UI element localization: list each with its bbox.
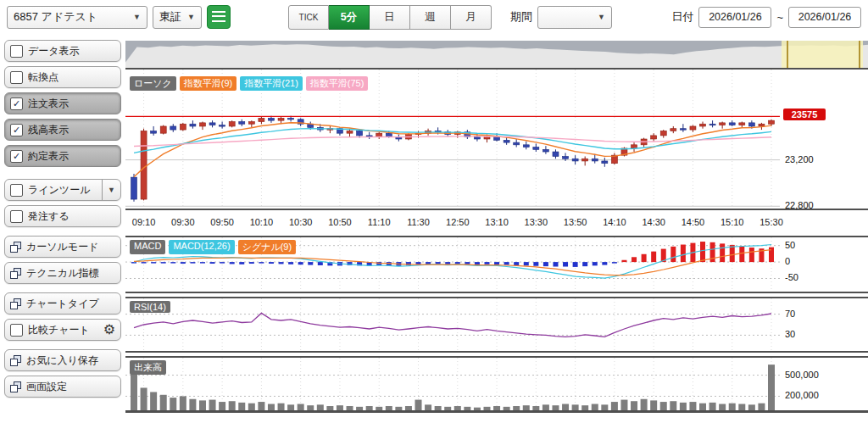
sidebar-item-turning-point[interactable]: 転換点 (4, 66, 121, 88)
period-select[interactable]: ▼ (537, 6, 612, 29)
rsi-legend: RSI(14) (130, 301, 170, 313)
axis-tick-label: 23,200 (785, 154, 814, 164)
time-tick-label: 10:50 (328, 217, 352, 227)
sidebar-item-label: 注文表示 (28, 97, 115, 111)
gear-icon[interactable]: ⚙ (103, 323, 115, 337)
date-from-input[interactable]: 2026/01/26 (698, 7, 771, 28)
tab-day[interactable]: 日 (370, 5, 410, 30)
volume-legend: 出来高 (130, 360, 166, 375)
current-price-badge: 23575 (783, 109, 826, 120)
sidebar-item-execution-display[interactable]: ✓約定表示 (4, 145, 121, 167)
sidebar: データ表示転換点✓注文表示✓残高表示✓約定表示ラインツール▼発注するカーソルモー… (0, 34, 125, 413)
checkbox-place-order[interactable] (10, 210, 23, 223)
legend-item: MACD (130, 240, 165, 254)
tab-month[interactable]: 月 (451, 5, 492, 30)
sidebar-group: ラインツール▼発注する (4, 179, 121, 227)
sidebar-item-label: 比較チャート (28, 323, 102, 337)
date-label: 日付 (671, 9, 693, 25)
chevron-down-icon: ▼ (133, 13, 141, 21)
legend-item: シグナル(9) (238, 240, 296, 254)
main-body: データ表示転換点✓注文表示✓残高表示✓約定表示ラインツール▼発注するカーソルモー… (0, 34, 868, 413)
sidebar-item-label: テクニカル指標 (26, 266, 115, 281)
symbol-select-value: 6857 アドテスト (14, 9, 97, 25)
period-label: 期間 (510, 9, 532, 25)
time-tick-label: 09:30 (171, 217, 195, 227)
symbol-select[interactable]: 6857 アドテスト ▼ (7, 6, 147, 29)
sidebar-item-label: データ表示 (28, 44, 115, 58)
window-icon (10, 298, 21, 309)
sidebar-item-comparison-chart[interactable]: 比較チャート⚙ (4, 319, 121, 341)
time-tick-label: 13:50 (564, 217, 587, 227)
checkbox-balance-display[interactable]: ✓ (10, 124, 23, 136)
sidebar-item-label: ラインツール (28, 183, 98, 198)
interval-tabs: TICK5分日週月 (288, 5, 492, 30)
chevron-down-icon: ▼ (187, 13, 195, 21)
sidebar-item-order-display[interactable]: ✓注文表示 (4, 92, 121, 114)
window-icon (10, 381, 21, 392)
rsi-chart[interactable] (125, 298, 868, 351)
axis-tick-label: 70 (785, 309, 795, 319)
time-tick-label: 15:30 (760, 217, 783, 227)
time-tick-label: 09:50 (210, 217, 234, 227)
axis-tick-label: 200,000 (785, 390, 819, 400)
chevron-down-icon[interactable]: ▼ (102, 180, 115, 200)
time-tick-label: 11:30 (407, 217, 430, 227)
price-pane: ローソク指数平滑(9)指数平滑(21)指数平滑(75) 23,20022,800… (125, 68, 868, 210)
checkbox-turning-point[interactable] (10, 71, 23, 84)
sidebar-item-screen-settings[interactable]: 画面設定 (4, 376, 121, 398)
board-list-button[interactable] (207, 5, 231, 29)
sidebar-item-line-tools[interactable]: ラインツール▼ (4, 179, 121, 201)
sidebar-item-label: 画面設定 (26, 380, 115, 394)
time-tick-label: 14:50 (682, 217, 705, 227)
price-legend: ローソク指数平滑(9)指数平滑(21)指数平滑(75) (130, 76, 368, 91)
sidebar-group: チャートタイプ比較チャート⚙ (4, 292, 121, 341)
checkbox-order-display[interactable]: ✓ (10, 97, 23, 110)
sidebar-item-label: チャートタイプ (26, 297, 115, 311)
axis-tick-label: 0 (785, 256, 790, 266)
sidebar-item-label: お気に入り保存 (26, 353, 115, 368)
axis-tick-label: 500,000 (785, 370, 819, 380)
axis-tick-label: -50 (785, 272, 798, 282)
volume-chart[interactable] (125, 358, 868, 410)
sidebar-item-label: 発注する (28, 209, 115, 224)
time-tick-label: 14:10 (603, 217, 626, 227)
checkbox-line-tools[interactable] (10, 184, 23, 197)
chevron-down-icon: ▼ (598, 13, 605, 21)
time-tick-label: 10:30 (289, 217, 313, 227)
time-tick-label: 14:30 (642, 217, 665, 227)
tab-5min[interactable]: 5分 (329, 5, 370, 30)
legend-item: 指数平滑(21) (240, 76, 303, 91)
legend-item: 指数平滑(75) (306, 76, 369, 91)
sidebar-item-data-display[interactable]: データ表示 (4, 40, 121, 62)
exchange-select[interactable]: 東証 ▼ (153, 6, 202, 29)
date-separator: ~ (776, 11, 783, 24)
sidebar-item-label: 転換点 (28, 70, 115, 85)
sidebar-item-label: カーソルモード (26, 240, 115, 254)
sidebar-item-cursor-mode[interactable]: カーソルモード (4, 236, 121, 258)
checkbox-execution-display[interactable]: ✓ (10, 150, 23, 163)
volume-pane: 出来高 500,000200,000 (125, 356, 868, 413)
tab-tick[interactable]: TICK (288, 5, 329, 30)
list-icon (212, 11, 225, 23)
date-to-input[interactable]: 2026/01/26 (788, 7, 861, 28)
time-tick-label: 09:10 (132, 217, 156, 227)
sidebar-item-place-order[interactable]: 発注する (4, 205, 121, 227)
sidebar-item-chart-type[interactable]: チャートタイプ (4, 292, 121, 314)
time-tick-label: 13:30 (525, 217, 548, 227)
macd-legend: MACDMACD(12,26)シグナル(9) (130, 240, 296, 254)
sidebar-item-save-favorite[interactable]: お気に入り保存 (4, 349, 121, 371)
chart-overview-strip[interactable] (125, 41, 868, 68)
checkbox-comparison-chart[interactable] (10, 324, 23, 337)
sidebar-item-balance-display[interactable]: ✓残高表示 (4, 119, 121, 141)
tab-week[interactable]: 週 (410, 5, 451, 30)
chart-area: ローソク指数平滑(9)指数平滑(21)指数平滑(75) 23,20022,800… (125, 34, 868, 413)
time-tick-label: 12:50 (446, 217, 470, 227)
checkbox-data-display[interactable] (10, 45, 23, 58)
time-tick-label: 15:10 (721, 217, 744, 227)
window-icon (10, 268, 21, 279)
rsi-pane: RSI(14) 7030 (125, 297, 868, 353)
sidebar-item-technical-indicators[interactable]: テクニカル指標 (4, 262, 121, 284)
sidebar-group: データ表示転換点✓注文表示✓残高表示✓約定表示 (4, 40, 121, 167)
overview-minichart[interactable] (125, 41, 868, 68)
date-range-group: 日付 2026/01/26 ~ 2026/01/26 (671, 7, 861, 28)
